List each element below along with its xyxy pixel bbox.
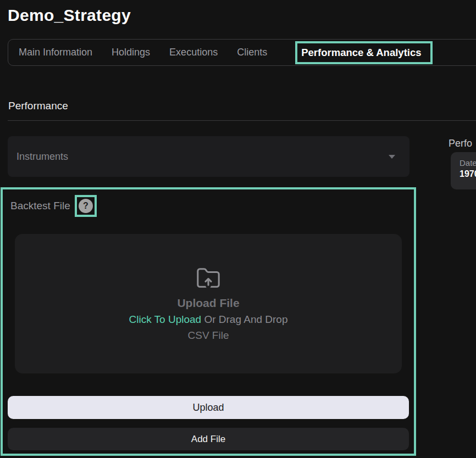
backtest-label-row: Backtest File ? (10, 195, 409, 217)
strategy-page: Demo_Strategy Main Information Holdings … (0, 0, 476, 458)
tab-performance-analytics[interactable]: Performance & Analytics (295, 41, 432, 64)
instruments-placeholder: Instruments (16, 151, 389, 163)
folder-upload-icon (196, 266, 221, 291)
backtest-file-label: Backtest File (10, 200, 70, 212)
instruments-select[interactable]: Instruments (8, 136, 409, 177)
backtest-file-section: Backtest File ? Upload File Click To Upl… (1, 187, 416, 456)
question-mark-icon: ? (79, 199, 93, 213)
section-divider (8, 120, 476, 121)
add-file-button[interactable]: Add File (8, 428, 409, 450)
date-card[interactable]: Date 1970 (451, 152, 476, 189)
help-button[interactable]: ? (75, 195, 97, 217)
dropzone-file-type: CSV File (188, 329, 229, 342)
side-panel-label: Perfo (449, 138, 472, 149)
page-title: Demo_Strategy (8, 6, 131, 25)
dropzone-hint: Click To Upload Or Drag And Drop (129, 314, 288, 326)
tab-bar: Main Information Holdings Executions Cli… (8, 39, 476, 66)
tab-holdings[interactable]: Holdings (112, 47, 150, 58)
tab-main-information[interactable]: Main Information (19, 47, 92, 58)
dropzone-title: Upload File (177, 297, 239, 310)
date-label: Date (460, 158, 476, 167)
dropzone-hint-rest: Or Drag And Drop (201, 314, 287, 325)
chevron-down-icon (389, 155, 395, 159)
click-to-upload-link[interactable]: Click To Upload (129, 314, 202, 325)
tab-executions[interactable]: Executions (169, 47, 218, 58)
performance-section-heading: Performance (8, 100, 68, 112)
file-dropzone[interactable]: Upload File Click To Upload Or Drag And … (15, 234, 402, 373)
date-value: 1970 (460, 169, 476, 179)
tab-clients[interactable]: Clients (237, 47, 267, 58)
upload-button[interactable]: Upload (8, 396, 409, 419)
